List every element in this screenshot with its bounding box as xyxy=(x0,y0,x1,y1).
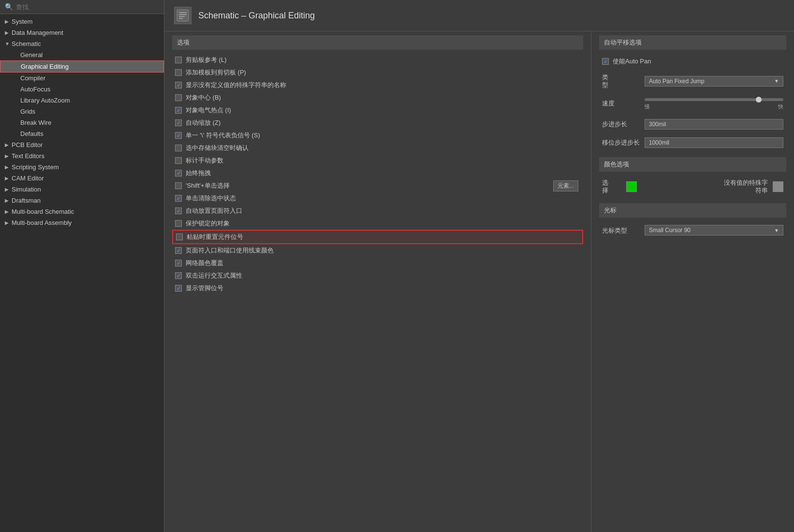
shift-step-row: 移位步进步长 1000mil xyxy=(599,135,786,150)
sidebar-item-multi-board-assembly[interactable]: Multi-board Assembly xyxy=(0,217,164,228)
shift-step-field[interactable]: 1000mil xyxy=(645,137,783,148)
option-row-object-hotspot: 对象电气热点 (I) xyxy=(172,104,583,117)
sidebar-item-text-editors[interactable]: Text Editors xyxy=(0,150,164,162)
arrow-icon xyxy=(5,153,12,159)
checkbox-net-color-override[interactable] xyxy=(175,260,182,266)
sidebar-item-pcb-editor[interactable]: PCB Editor xyxy=(0,139,164,150)
option-label-shift-click-select: 'Shift'+单击选择 xyxy=(186,181,230,190)
option-label-object-center: 对象中心 (B) xyxy=(186,93,221,102)
sidebar-item-autofocus[interactable]: AutoFocus xyxy=(0,84,164,95)
speed-slider-thumb[interactable] xyxy=(756,97,762,103)
sidebar-item-data-management[interactable]: Data Management xyxy=(0,27,164,38)
cursor-type-label: 光标类型 xyxy=(602,227,641,235)
sidebar-item-defaults[interactable]: Defaults xyxy=(0,128,164,139)
arrow-icon xyxy=(5,187,12,192)
option-row-show-pin-num: 显示管脚位号 xyxy=(172,282,583,295)
element-button-shift-click-select[interactable]: 元素... xyxy=(553,180,578,192)
option-label-net-color-override: 网络颜色覆盖 xyxy=(186,259,223,267)
sidebar-item-break-wire[interactable]: Break Wire xyxy=(0,117,164,128)
sidebar-item-graphical-editing[interactable]: Graphical Editing xyxy=(0,60,164,73)
search-icon: 🔍 xyxy=(5,3,13,11)
option-row-confirm-clear: 选中存储块清空时确认 xyxy=(172,142,583,154)
checkbox-protect-locked[interactable] xyxy=(175,220,182,227)
checkbox-object-hotspot[interactable] xyxy=(175,107,182,114)
checkbox-confirm-clear[interactable] xyxy=(175,145,182,151)
sidebar-label: PCB Editor xyxy=(12,141,43,148)
option-row-shift-click-select: 'Shift'+单击选择元素... xyxy=(172,179,583,192)
option-row-paste-reset-ref: 粘贴时重置元件位号 xyxy=(172,230,583,244)
sidebar-item-cam-editor[interactable]: CAM Editor xyxy=(0,173,164,184)
sidebar-label: CAM Editor xyxy=(12,175,44,182)
arrow-icon xyxy=(5,164,12,170)
sidebar-label: Graphical Editing xyxy=(21,63,69,70)
svg-rect-0 xyxy=(177,10,189,21)
checkbox-always-drag[interactable] xyxy=(175,170,182,177)
sidebar-item-draftsman[interactable]: Draftsman xyxy=(0,195,164,206)
checkbox-auto-zoom[interactable] xyxy=(175,119,182,126)
option-row-clipboard-ref: 剪贴板参考 (L) xyxy=(172,54,583,66)
arrow-icon xyxy=(5,176,12,181)
no-value-color-swatch[interactable] xyxy=(773,181,783,192)
sidebar-label: General xyxy=(20,51,43,59)
sidebar-label: AutoFocus xyxy=(20,86,50,93)
sidebar-item-system[interactable]: System xyxy=(0,16,164,27)
option-label-auto-place-sheet-entry: 自动放置页面符入口 xyxy=(186,207,242,215)
options-list: 剪贴板参考 (L)添加模板到剪切板 (P)显示没有定义值的特殊字符串的名称对象中… xyxy=(172,54,583,295)
arrow-icon xyxy=(5,220,12,225)
sidebar-item-library-autozoom[interactable]: Library AutoZoom xyxy=(0,95,164,106)
sidebar-label: Multi-board Assembly xyxy=(12,219,72,226)
checkbox-paste-reset-ref[interactable] xyxy=(176,234,183,240)
options-section-title: 选项 xyxy=(172,35,583,50)
checkbox-auto-place-sheet-entry[interactable] xyxy=(175,207,182,214)
checkbox-double-click-run[interactable] xyxy=(175,272,182,279)
cursor-section-title: 光标 xyxy=(599,203,786,218)
checkbox-shift-click-select[interactable] xyxy=(175,182,182,189)
checkbox-show-pin-num[interactable] xyxy=(175,285,182,292)
cursor-dropdown-arrow-icon: ▼ xyxy=(774,228,779,233)
option-label-add-template: 添加模板到剪切板 (P) xyxy=(186,68,246,77)
slider-labels: 慢 快 xyxy=(645,103,783,110)
checkbox-click-clear-select[interactable] xyxy=(175,195,182,202)
option-row-auto-place-sheet-entry: 自动放置页面符入口 xyxy=(172,205,583,217)
checkbox-add-template[interactable] xyxy=(175,69,182,76)
option-row-protect-locked: 保护锁定的对象 xyxy=(172,217,583,230)
sidebar-label: Draftsman xyxy=(12,197,41,204)
sidebar-label: Multi-board Schematic xyxy=(12,208,74,215)
enable-auto-pan-checkbox[interactable] xyxy=(602,58,609,65)
sidebar-item-compiler[interactable]: Compiler xyxy=(0,73,164,84)
sidebar-item-multi-board-schematic[interactable]: Multi-board Schematic xyxy=(0,206,164,217)
option-label-confirm-clear: 选中存储块清空时确认 xyxy=(186,144,249,152)
step-field[interactable]: 300mil xyxy=(645,119,783,130)
search-input[interactable] xyxy=(16,3,159,11)
option-label-show-pin-num: 显示管脚位号 xyxy=(186,284,223,293)
option-label-object-hotspot: 对象电气热点 (I) xyxy=(186,106,231,115)
option-row-mark-manual-params: 标计手动参数 xyxy=(172,154,583,167)
sidebar-item-general[interactable]: General xyxy=(0,49,164,60)
checkbox-object-center[interactable] xyxy=(175,94,182,101)
checkbox-mark-manual-params[interactable] xyxy=(175,157,182,164)
checkbox-show-special-str[interactable] xyxy=(175,82,182,89)
speed-slider-track[interactable] xyxy=(645,98,783,101)
enable-auto-pan-row: 使能Auto Pan xyxy=(599,55,786,68)
search-bar[interactable]: 🔍 xyxy=(0,0,164,14)
option-label-double-click-run: 双击运行交互式属性 xyxy=(186,271,242,280)
sidebar: 🔍 SystemData ManagementSchematicGeneralG… xyxy=(0,0,164,532)
speed-label: 速度 xyxy=(602,100,641,107)
page-title: Schematic – Graphical Editing xyxy=(198,11,315,21)
option-label-mark-manual-params: 标计手动参数 xyxy=(186,156,223,165)
sidebar-item-grids[interactable]: Grids xyxy=(0,106,164,117)
type-dropdown[interactable]: Auto Pan Fixed Jump ▼ xyxy=(645,76,783,87)
checkbox-clipboard-ref[interactable] xyxy=(175,57,182,63)
option-label-auto-zoom: 自动缩放 (Z) xyxy=(186,118,221,127)
option-row-sheet-entry-use-color: 页面符入口和端口使用线束颜色 xyxy=(172,244,583,257)
sidebar-item-scripting-system[interactable]: Scripting System xyxy=(0,162,164,173)
option-label-single-negation: 单一 '\' 符号代表负信号 (S) xyxy=(186,131,260,140)
cursor-type-dropdown[interactable]: Small Cursor 90 ▼ xyxy=(645,225,783,236)
option-label-paste-reset-ref: 粘贴时重置元件位号 xyxy=(187,233,243,241)
checkbox-sheet-entry-use-color[interactable] xyxy=(175,247,182,254)
page-header-icon xyxy=(174,7,191,24)
sidebar-item-simulation[interactable]: Simulation xyxy=(0,184,164,195)
select-color-swatch[interactable] xyxy=(626,181,637,192)
checkbox-single-negation[interactable] xyxy=(175,132,182,139)
sidebar-item-schematic[interactable]: Schematic xyxy=(0,38,164,49)
